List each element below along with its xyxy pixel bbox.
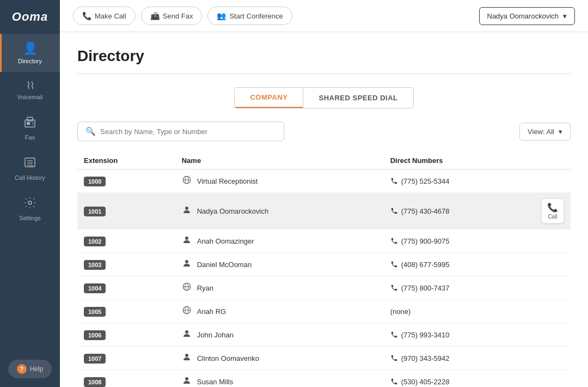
cell-action [535, 253, 571, 276]
cell-action [535, 323, 571, 347]
table-row: 1005Anah RG(none) [77, 300, 571, 323]
phone-icon: 📞 [82, 11, 91, 20]
fax-icon [23, 116, 36, 132]
view-label: View: All [528, 128, 554, 136]
cell-number: (408) 677-5995 [384, 253, 535, 276]
cell-name: Ryan [175, 276, 384, 300]
chevron-down-icon: ▾ [559, 128, 562, 136]
extension-badge: 1005 [84, 307, 106, 317]
cell-number: (970) 343-5942 [384, 347, 535, 370]
send-fax-button[interactable]: 📠 Send Fax [141, 7, 203, 25]
receptionist-icon [182, 305, 192, 317]
svg-point-14 [185, 237, 188, 240]
svg-point-22 [185, 330, 188, 334]
call-button[interactable]: 📞Call [541, 198, 564, 223]
cell-number: (530) 405-2228 [384, 370, 535, 388]
call-history-icon [23, 156, 36, 172]
directory-tabs: COMPANY SHARED SPEED DIAL [234, 87, 413, 108]
person-icon [182, 205, 192, 217]
extension-badge: 1004 [84, 283, 106, 293]
cell-name: Susan Mills [175, 370, 384, 388]
sidebar: Ooma 👤 Directory ⌇⌇ Voicemail Fax [0, 0, 60, 387]
person-name: Ryan [197, 284, 213, 292]
directory-icon: 👤 [23, 41, 38, 56]
phone-number: (775) 800-7437 [401, 284, 450, 292]
cell-action [535, 170, 571, 193]
call-phone-icon: 📞 [547, 202, 558, 213]
person-icon [182, 376, 192, 387]
cell-extension: 1005 [77, 300, 175, 323]
directory-table: Extension Name Direct Numbers 1000Virtua… [77, 152, 571, 387]
person-name: Susan Mills [197, 378, 233, 386]
search-input[interactable] [100, 128, 276, 136]
person-icon [182, 352, 192, 364]
person-name: John Johan [197, 331, 234, 339]
brand-logo: Ooma [0, 0, 60, 34]
sidebar-item-settings[interactable]: Settings [0, 189, 60, 229]
search-icon: 🔍 [85, 126, 96, 136]
chevron-down-icon: ▾ [563, 12, 567, 20]
cell-number: (775) 900-9075 [384, 229, 535, 253]
extension-badge: 1006 [84, 330, 106, 340]
table-row: 1004Ryan(775) 800-7437 [77, 276, 571, 300]
help-label: Help [30, 365, 44, 373]
svg-rect-2 [27, 122, 30, 125]
view-dropdown[interactable]: View: All ▾ [519, 123, 571, 141]
cell-name: Anah RG [175, 300, 384, 323]
search-row: 🔍 View: All ▾ [77, 122, 571, 141]
cell-name: Daniel McOoman [175, 253, 384, 276]
sidebar-label-voicemail: Voicemail [17, 94, 42, 100]
table-row: 1000Virtual Receptionist(775) 525-5344 [77, 170, 571, 193]
col-direct-numbers: Direct Numbers [384, 152, 535, 170]
extension-badge: 1000 [84, 177, 106, 186]
svg-point-3 [32, 122, 33, 123]
start-conference-button[interactable]: 👥 Start Conference [207, 7, 292, 25]
cell-extension: 1001 [77, 193, 175, 229]
cell-name: John Johan [175, 323, 384, 347]
extension-badge: 1007 [84, 354, 106, 364]
sidebar-label-settings: Settings [19, 215, 41, 221]
cell-number: (775) 993-3410 [384, 323, 535, 347]
cell-action [535, 347, 571, 370]
sidebar-label-call-history: Call History [15, 174, 45, 181]
topbar-actions: 📞 Make Call 📠 Send Fax 👥 Start Conferenc… [73, 7, 473, 25]
help-icon: ? [17, 364, 27, 374]
cell-action: 📞Call [535, 193, 571, 229]
send-fax-label: Send Fax [163, 12, 193, 20]
sidebar-item-voicemail[interactable]: ⌇⌇ Voicemail [0, 72, 60, 108]
fax-btn-icon: 📠 [150, 11, 160, 20]
cell-extension: 1002 [77, 229, 175, 253]
sidebar-label-directory: Directory [18, 58, 42, 64]
table-row: 1007Clinton Oomavenko(970) 343-5942 [77, 347, 571, 370]
person-icon [182, 258, 192, 270]
cell-number: (775) 525-5344 [384, 170, 535, 193]
cell-number: (775) 430-4678 [384, 193, 535, 229]
person-name: Anah RG [197, 307, 226, 316]
phone-number: (775) 993-3410 [401, 331, 450, 339]
sidebar-bottom: ? Help [0, 351, 60, 387]
extension-badge: 1002 [84, 237, 106, 246]
cell-extension: 1008 [77, 370, 175, 388]
cell-extension: 1006 [77, 323, 175, 347]
cell-name: Clinton Oomavenko [175, 347, 384, 370]
cell-extension: 1003 [77, 253, 175, 276]
title-divider [77, 74, 571, 74]
phone-number: (775) 430-4678 [401, 207, 450, 215]
sidebar-item-call-history[interactable]: Call History [0, 148, 60, 189]
sidebar-item-fax[interactable]: Fax [0, 108, 60, 148]
svg-point-4 [32, 124, 33, 125]
no-number: (none) [390, 307, 411, 316]
table-header-row: Extension Name Direct Numbers [77, 152, 571, 170]
search-container: 🔍 [77, 122, 284, 141]
table-row: 1001Nadya Oomarockovich(775) 430-4678📞Ca… [77, 193, 571, 229]
help-button[interactable]: ? Help [8, 360, 52, 378]
make-call-button[interactable]: 📞 Make Call [73, 7, 136, 25]
tab-company[interactable]: COMPANY [235, 88, 303, 108]
receptionist-icon [182, 175, 192, 187]
user-name: Nadya Oomarockovich [487, 12, 559, 20]
col-action [535, 152, 571, 170]
phone-number: (775) 525-5344 [401, 177, 450, 185]
sidebar-item-directory[interactable]: 👤 Directory [0, 34, 60, 72]
user-dropdown[interactable]: Nadya Oomarockovich ▾ [479, 7, 575, 25]
tab-shared-speed-dial[interactable]: SHARED SPEED DIAL [303, 88, 413, 108]
